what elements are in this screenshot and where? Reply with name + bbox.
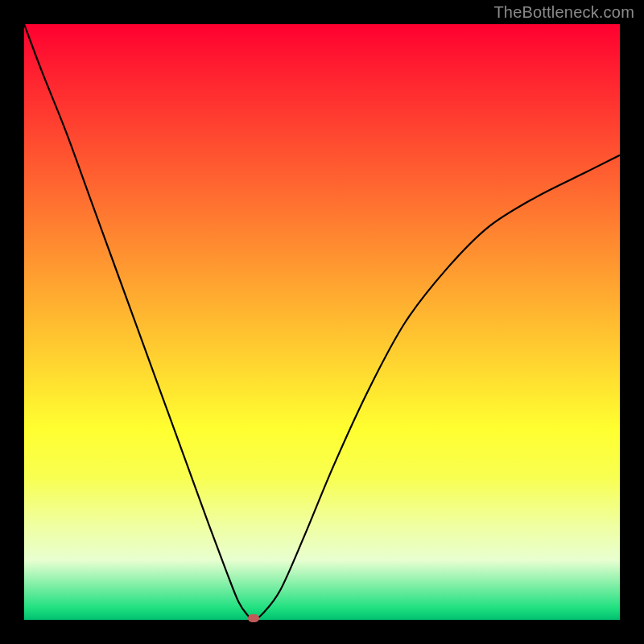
bottleneck-curve	[24, 24, 620, 620]
min-marker	[248, 614, 259, 622]
attribution-text: TheBottleneck.com	[493, 3, 634, 22]
chart-frame: TheBottleneck.com	[0, 0, 644, 644]
plot-area	[24, 24, 620, 620]
